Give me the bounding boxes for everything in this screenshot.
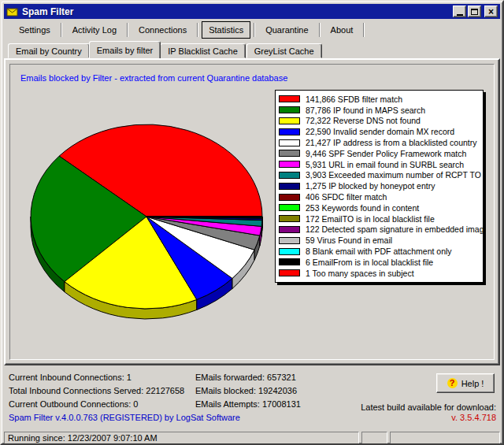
stat-emails-attempts: EMails Attempts: 17008131 (195, 398, 301, 411)
legend-item: 406 SFDC filter match (279, 191, 483, 202)
legend-item: 72,322 Reverse DNS not found (279, 116, 483, 127)
legend-swatch (279, 194, 300, 201)
subtab-greylist-cache[interactable]: GreyList Cache (246, 43, 322, 58)
legend-item: 253 Keywords found in content (279, 202, 483, 213)
chart-title: Emails blocked by Filter - extracted fro… (20, 73, 287, 83)
help-button-label: Help ! (461, 379, 484, 388)
legend-label: 1,275 IP blocked by honeypot entry (306, 181, 435, 191)
legend-swatch (279, 248, 300, 255)
envelope-icon (6, 7, 19, 17)
legend-label: 141,866 SFDB filter match (306, 95, 402, 104)
close-button[interactable]: × (484, 6, 498, 17)
legend-label: 5,931 URL in email found in SURBL search (306, 160, 464, 169)
legend-item: 172 EmailTO is in local blacklist file (279, 213, 483, 224)
question-mark-icon: ? (447, 378, 458, 388)
stat-emails-forwarded: EMails forwarded: 657321 (195, 371, 301, 384)
legend-swatch (279, 269, 300, 276)
legend-swatch (279, 172, 300, 179)
legend-swatch (279, 204, 300, 211)
tab-separator (197, 23, 198, 37)
legend-swatch (279, 95, 300, 102)
legend-label: 72,322 Reverse DNS not found (306, 116, 421, 125)
legend-item: 141,866 SFDB filter match (279, 94, 483, 105)
tab-activity-log[interactable]: Activity Log (62, 21, 127, 39)
legend-item: 59 Virus Found in email (279, 235, 483, 246)
titlebar[interactable]: Spam Filter × (4, 4, 500, 19)
legend-swatch (279, 106, 300, 113)
tab-quarantine[interactable]: Quarantine (255, 21, 318, 39)
stat-emails-blocked: EMails blocked: 19242036 (195, 384, 301, 398)
stat-total-inbound-connections-served: Total Inbound Connections Served: 221276… (9, 384, 184, 398)
legend-label: 3,903 Exceeded maximum number of RCPT TO (306, 170, 481, 180)
legend-item: 3,903 Exceeded maximum number of RCPT TO (279, 170, 483, 181)
legend-swatch (279, 117, 300, 124)
main-tab-bar: SettingsActivity LogConnectionsStatistic… (4, 19, 500, 41)
legend-label: 8 Blank email with PDF attachment only (306, 247, 452, 256)
tab-statistics[interactable]: Statistics (202, 21, 250, 39)
legend-swatch (279, 150, 300, 157)
status-bar: Running since: 12/23/2007 9:07:10 AM (4, 432, 500, 444)
legend-label: 59 Virus Found in email (306, 235, 392, 245)
legend-label: 6 EmailFrom is in local blacklist file (306, 258, 433, 267)
legend-item: 8 Blank email with PDF attachment only (279, 246, 483, 257)
legend-swatch (279, 258, 300, 265)
legend-item: 87,786 IP found in MAPS search (279, 105, 483, 116)
subtab-email-by-country[interactable]: Email by Country (8, 43, 90, 58)
spam-filter-window: Spam Filter × SettingsActivity LogConnec… (0, 0, 504, 445)
stat-current-outbound-connections: Current Outbound Connections: 0 (9, 398, 184, 411)
legend-label: 253 Keywords found in content (306, 203, 419, 213)
legend-label: 87,786 IP found in MAPS search (306, 106, 425, 115)
legend-label: 172 EmailTO is in local blacklist file (306, 214, 435, 224)
legend-swatch (279, 226, 300, 233)
help-button[interactable]: ? Help ! (436, 373, 495, 393)
tab-connections[interactable]: Connections (128, 21, 197, 39)
info-panel: Current Inbound Connections: 1Total Inbo… (4, 365, 500, 431)
legend-swatch (279, 215, 300, 222)
legend-item: 22,590 Invalid sender domain MX record (279, 126, 483, 137)
legend-label: 122 Detected spam signature in embedded … (306, 224, 484, 234)
tab-about[interactable]: About (321, 21, 364, 39)
statistics-tab-page: Emails blocked by Filter - extracted fro… (4, 58, 500, 365)
legend-item: 1,275 IP blocked by honeypot entry (279, 180, 483, 191)
legend-item: 9,446 SPF Sender Policy Framework match (279, 148, 483, 159)
connection-stats: Current Inbound Connections: 1Total Inbo… (9, 371, 184, 411)
legend-swatch (279, 183, 300, 190)
legend-item: 21,427 IP address is from a blacklisted … (279, 137, 483, 148)
latest-build-label: Latest build available for download: (361, 402, 496, 412)
email-stats: EMails forwarded: 657321EMails blocked: … (195, 371, 301, 411)
sub-tab-bar: Email by CountryEmails by filterIP Black… (4, 41, 500, 58)
legend-label: 22,590 Invalid sender domain MX record (306, 127, 454, 136)
status-section-1: Running since: 12/23/2007 9:07:10 AM (4, 432, 359, 444)
legend-label: 21,427 IP address is from a blacklisted … (306, 138, 477, 147)
legend-label: 1 Too many spaces in subject (306, 269, 414, 278)
tab-settings[interactable]: Settings (9, 21, 61, 39)
minimize-button[interactable] (453, 6, 466, 17)
legend-item: 1 Too many spaces in subject (279, 268, 483, 279)
legend-item: 6 EmailFrom is in local blacklist file (279, 257, 483, 268)
legend-item: 5,931 URL in email found in SURBL search (279, 159, 483, 170)
status-section-2 (361, 432, 387, 444)
legend-swatch (279, 237, 300, 244)
chart-legend: 141,866 SFDB filter match87,786 IP found… (275, 90, 484, 283)
tab-separator (363, 23, 365, 37)
stat-current-inbound-connections: Current Inbound Connections: 1 (9, 371, 184, 384)
legend-label: 406 SFDC filter match (306, 192, 387, 202)
registration-text: Spam Filter v.4.0.0.763 (REGISTERED) by … (9, 413, 240, 422)
chart-panel: Emails blocked by Filter - extracted fro… (9, 64, 495, 360)
legend-item: 122 Detected spam signature in embedded … (279, 224, 483, 235)
maximize-button[interactable] (468, 6, 481, 17)
legend-label: 9,446 SPF Sender Policy Framework match (306, 149, 466, 158)
legend-swatch (279, 161, 300, 168)
legend-swatch (279, 128, 300, 135)
subtab-ip-blacklist-cache[interactable]: IP Blacklist Cache (160, 43, 245, 58)
status-section-3 (390, 432, 500, 444)
latest-build-version: v. 3.5.4.718 (451, 413, 496, 422)
subtab-emails-by-filter[interactable]: Emails by filter (89, 41, 161, 58)
window-title: Spam Filter (22, 6, 451, 17)
legend-swatch (279, 139, 300, 146)
